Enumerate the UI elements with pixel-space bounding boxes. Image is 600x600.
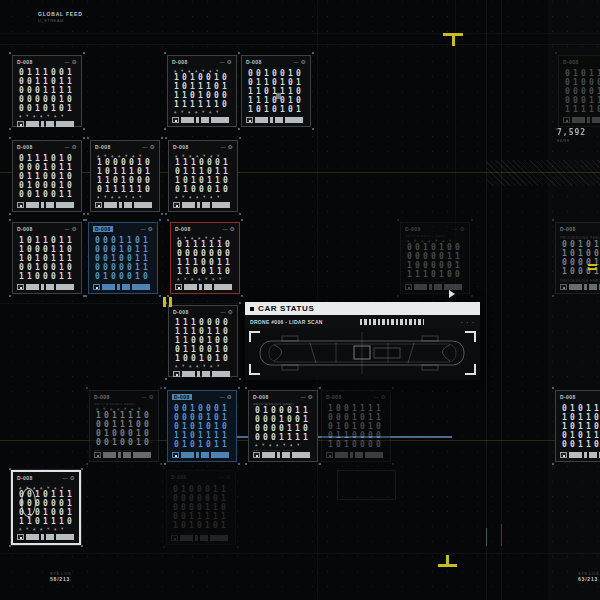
gear-icon[interactable]: ⚙: [70, 475, 75, 481]
footer-button[interactable]: [41, 284, 44, 290]
footer-button[interactable]: [196, 117, 199, 123]
footer-button[interactable]: [104, 202, 117, 208]
footer-checkbox[interactable]: [563, 117, 570, 123]
footer-button[interactable]: [212, 202, 230, 208]
footer-checkbox[interactable]: [175, 284, 182, 290]
footer-button[interactable]: [285, 117, 303, 123]
footer-checkbox[interactable]: [17, 121, 24, 127]
footer-button[interactable]: [122, 284, 130, 290]
minimize-icon[interactable]: —: [453, 227, 458, 232]
gear-icon[interactable]: ⚙: [227, 59, 232, 65]
binary-panel[interactable]: D-008 — ⚙ PROCESSING FEED... 00100100110…: [241, 55, 311, 127]
footer-button[interactable]: [414, 284, 427, 290]
minimize-icon[interactable]: —: [141, 227, 146, 232]
footer-button[interactable]: [569, 452, 582, 458]
panel-titlebar[interactable]: D-008 — ⚙: [94, 394, 154, 400]
binary-panel[interactable]: D-008 — ⚙ PROCESSING FEED... 01011010100…: [558, 55, 600, 127]
footer-button[interactable]: [589, 284, 597, 290]
footer-button[interactable]: [429, 284, 432, 290]
footer-button[interactable]: [282, 452, 290, 458]
footer-button[interactable]: [182, 371, 195, 377]
binary-panel[interactable]: D-008 — ⚙ PROCESSING FEED... 11100001110…: [168, 305, 238, 377]
binary-panel[interactable]: D-008 — ⚙ PROCESSING FEED... ▲▼▲▲▼▲▼0111…: [170, 222, 240, 294]
footer-button[interactable]: [182, 202, 195, 208]
gear-icon[interactable]: ⚙: [72, 59, 77, 65]
gear-icon[interactable]: ⚙: [308, 394, 313, 400]
panel-titlebar[interactable]: D-008 — ⚙: [17, 226, 77, 232]
footer-button[interactable]: [119, 202, 122, 208]
footer-button[interactable]: [123, 452, 131, 458]
footer-button[interactable]: [211, 117, 229, 123]
footer-button[interactable]: [195, 535, 198, 541]
minimize-icon[interactable]: —: [219, 475, 224, 480]
footer-button[interactable]: [277, 452, 280, 458]
panel-titlebar[interactable]: D-008 — ⚙: [171, 474, 231, 480]
gear-icon[interactable]: ⚙: [72, 144, 77, 150]
footer-button[interactable]: [118, 452, 121, 458]
footer-button[interactable]: [201, 452, 209, 458]
gear-icon[interactable]: ⚙: [228, 144, 233, 150]
binary-panel[interactable]: D-008 — ⚙ PROCESSING FEED... 01000110001…: [248, 390, 318, 462]
gear-icon[interactable]: ⚙: [381, 394, 386, 400]
gear-icon[interactable]: ⚙: [460, 226, 465, 232]
footer-button[interactable]: [181, 117, 194, 123]
gear-icon[interactable]: ⚙: [228, 309, 233, 315]
footer-checkbox[interactable]: [94, 452, 101, 458]
footer-button[interactable]: [202, 371, 210, 377]
footer-button[interactable]: [124, 202, 132, 208]
footer-checkbox[interactable]: [253, 452, 260, 458]
minimize-icon[interactable]: —: [220, 60, 225, 65]
panel-titlebar[interactable]: D-008 — ⚙: [175, 226, 235, 232]
minimize-icon[interactable]: —: [221, 145, 226, 150]
panel-titlebar[interactable]: D-008 — ⚙: [172, 394, 232, 400]
footer-button[interactable]: [102, 284, 115, 290]
footer-button[interactable]: [210, 535, 228, 541]
minimize-icon[interactable]: —: [374, 395, 379, 400]
footer-button[interactable]: [46, 202, 54, 208]
minimize-icon[interactable]: —: [65, 60, 70, 65]
panel-titlebar[interactable]: D-008 — ⚙: [246, 59, 306, 65]
footer-checkbox[interactable]: [95, 202, 102, 208]
footer-button[interactable]: [132, 284, 150, 290]
footer-checkbox[interactable]: [560, 452, 567, 458]
panel-titlebar[interactable]: D-008 — ⚙: [173, 144, 233, 150]
panel-titlebar[interactable]: D-008 — ⚙: [93, 226, 153, 232]
footer-button[interactable]: [196, 452, 199, 458]
binary-panel[interactable]: D-008 — ⚙ PROCESSING FEED... 01110100001…: [12, 140, 82, 212]
panel-titlebar[interactable]: D-008 — ⚙: [95, 144, 155, 150]
gear-icon[interactable]: ⚙: [72, 226, 77, 232]
footer-checkbox[interactable]: [326, 452, 333, 458]
footer-button[interactable]: [212, 371, 230, 377]
gear-icon[interactable]: ⚙: [227, 394, 232, 400]
minimize-icon[interactable]: —: [294, 60, 299, 65]
footer-button[interactable]: [56, 202, 74, 208]
footer-button[interactable]: [214, 284, 232, 290]
binary-panel[interactable]: D-008 — ⚙ PROCESSING FEED... ▲▼▲▲▼▲▼1010…: [167, 55, 237, 127]
footer-button[interactable]: [46, 284, 54, 290]
footer-button[interactable]: [26, 534, 39, 540]
footer-button[interactable]: [134, 202, 152, 208]
panel-titlebar[interactable]: D-008 — ⚙: [253, 394, 313, 400]
footer-button[interactable]: [592, 117, 600, 123]
footer-button[interactable]: [350, 452, 353, 458]
binary-panel[interactable]: D-008 — ⚙ PROCESSING FEED... 10110111000…: [12, 222, 82, 294]
gear-icon[interactable]: ⚙: [226, 474, 231, 480]
footer-button[interactable]: [197, 371, 200, 377]
footer-checkbox[interactable]: [173, 202, 180, 208]
minimize-icon[interactable]: —: [63, 476, 68, 481]
footer-button[interactable]: [292, 452, 310, 458]
footer-checkbox[interactable]: [17, 284, 24, 290]
panel-titlebar[interactable]: D-008 — ⚙: [326, 394, 386, 400]
footer-button[interactable]: [255, 117, 268, 123]
panel-titlebar[interactable]: D-008 — ⚙: [560, 226, 600, 233]
footer-button[interactable]: [584, 452, 587, 458]
footer-button[interactable]: [200, 535, 208, 541]
footer-button[interactable]: [41, 202, 44, 208]
panel-titlebar[interactable]: D-008 — ⚙: [17, 144, 77, 150]
footer-checkbox[interactable]: [171, 535, 178, 541]
footer-button[interactable]: [335, 452, 348, 458]
footer-button[interactable]: [434, 284, 442, 290]
footer-button[interactable]: [46, 121, 54, 127]
minimize-icon[interactable]: —: [143, 145, 148, 150]
footer-checkbox[interactable]: [246, 117, 253, 123]
